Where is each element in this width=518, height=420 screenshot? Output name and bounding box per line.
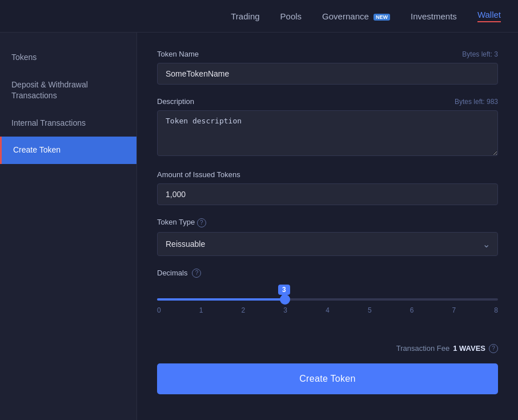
slider-thumb[interactable]: [280, 294, 290, 305]
create-token-button[interactable]: Create Token: [157, 363, 498, 394]
token-type-select[interactable]: Reissuable Non-reissuable: [157, 232, 498, 256]
sidebar-item-internal-transactions[interactable]: Internal Transactions: [0, 110, 136, 137]
token-type-select-wrapper: Reissuable Non-reissuable ⌄: [157, 232, 498, 256]
main-content: Token Name Bytes left: 3 Description Byt…: [137, 33, 518, 420]
fee-help-icon[interactable]: ?: [489, 344, 498, 353]
token-name-group: Token Name Bytes left: 3: [157, 50, 498, 85]
governance-badge: NEW: [374, 14, 390, 21]
nav-trading[interactable]: Trading: [231, 11, 259, 21]
description-bytes: Bytes left: 983: [455, 98, 498, 106]
decimals-slider-container: 3 0 1 2 3 4 5 6 7 8: [157, 287, 498, 331]
top-navigation: Trading Pools Governance NEW Investments…: [0, 0, 518, 33]
nav-pools[interactable]: Pools: [280, 11, 302, 21]
sidebar-item-tokens[interactable]: Tokens: [0, 44, 136, 71]
slider-value-bubble: 3: [278, 285, 290, 295]
description-label: Description: [157, 97, 194, 106]
sidebar-item-deposit-withdrawal[interactable]: Deposit & Withdrawal Transactions: [0, 71, 136, 110]
token-type-help-icon[interactable]: ?: [197, 218, 206, 227]
token-type-label: Token Type ?: [157, 218, 206, 227]
amount-input[interactable]: [157, 183, 498, 205]
token-type-group: Token Type ? Reissuable Non-reissuable ⌄: [157, 218, 498, 256]
nav-wallet[interactable]: Wallet: [477, 10, 501, 22]
slider-fill: [157, 298, 285, 301]
amount-label: Amount of Issued Tokens: [157, 170, 240, 179]
token-name-bytes: Bytes left: 3: [462, 50, 498, 58]
fee-amount: 1 WAVES: [453, 344, 485, 353]
decimals-help-icon[interactable]: ?: [192, 269, 201, 278]
decimals-group: Decimals ? 3 0 1 2 3 4 5 6 7 8: [157, 269, 498, 331]
description-group: Description Bytes left: 983 Token descri…: [157, 97, 498, 158]
decimals-label: Decimals: [157, 269, 187, 277]
fee-row: Transaction Fee 1 WAVES ?: [157, 344, 498, 353]
slider-track: [157, 298, 498, 301]
fee-label: Transaction Fee: [396, 344, 449, 353]
sidebar: Tokens Deposit & Withdrawal Transactions…: [0, 33, 137, 420]
nav-governance[interactable]: Governance NEW: [322, 11, 390, 21]
token-name-label: Token Name: [157, 50, 199, 58]
slider-ticks: 0 1 2 3 4 5 6 7 8: [157, 306, 498, 314]
token-name-input[interactable]: [157, 63, 498, 85]
amount-group: Amount of Issued Tokens: [157, 170, 498, 205]
sidebar-item-create-token[interactable]: Create Token: [0, 137, 136, 164]
description-input[interactable]: Token description: [157, 110, 498, 156]
main-layout: Tokens Deposit & Withdrawal Transactions…: [0, 33, 518, 420]
nav-investments[interactable]: Investments: [411, 11, 457, 21]
